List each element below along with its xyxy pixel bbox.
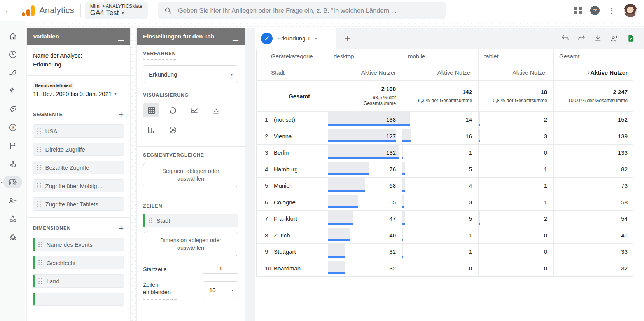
- metric-header-sorted[interactable]: ↓ Aktive Nutzer: [554, 64, 634, 80]
- value-cell[interactable]: 32: [328, 260, 402, 277]
- value-cell[interactable]: 1: [479, 194, 554, 211]
- value-cell[interactable]: 55: [328, 194, 402, 211]
- value-cell[interactable]: 16: [402, 128, 479, 145]
- sidebar-item-retention[interactable]: [0, 136, 25, 155]
- row-label-cell[interactable]: 3Berlin: [257, 145, 328, 161]
- column-header-desktop[interactable]: desktop: [328, 49, 402, 64]
- dimension-chip[interactable]: Geschlecht: [33, 256, 124, 269]
- dimension-dropzone[interactable]: Dimension ablegen oder auswählen: [143, 232, 238, 256]
- value-cell[interactable]: 139: [554, 128, 634, 145]
- viz-bar-chart-icon[interactable]: [143, 123, 159, 137]
- column-header-mobile[interactable]: mobile: [402, 49, 479, 64]
- value-cell[interactable]: 0: [402, 260, 479, 277]
- viz-donut-icon[interactable]: [164, 103, 181, 117]
- value-cell[interactable]: 5: [402, 211, 479, 227]
- show-rows-select[interactable]: 10 ▾: [203, 281, 238, 298]
- value-cell[interactable]: 0: [479, 145, 554, 161]
- add-dimension-button[interactable]: +: [118, 223, 124, 233]
- value-cell[interactable]: 1: [402, 145, 479, 161]
- value-cell[interactable]: 14: [402, 112, 479, 128]
- drag-handle-icon[interactable]: [38, 242, 42, 247]
- value-cell[interactable]: 1: [479, 161, 554, 178]
- sidebar-item-acquisition[interactable]: [0, 82, 25, 100]
- add-segment-button[interactable]: +: [118, 110, 124, 119]
- drag-handle-icon[interactable]: [37, 147, 41, 152]
- dimension-chip[interactable]: Land: [33, 274, 124, 288]
- start-row-input[interactable]: [203, 265, 238, 274]
- value-cell[interactable]: 0: [479, 260, 554, 277]
- value-cell[interactable]: 1: [479, 178, 554, 194]
- viz-geo-map-icon[interactable]: [164, 123, 181, 137]
- drag-handle-icon[interactable]: [37, 201, 41, 207]
- add-tab-button[interactable]: +: [336, 28, 359, 49]
- sidebar-item-configure[interactable]: [0, 209, 25, 228]
- value-cell[interactable]: 3: [479, 128, 554, 145]
- metric-header[interactable]: Aktive Nutzer: [479, 64, 554, 80]
- row-label-cell[interactable]: 2Vienna: [257, 128, 328, 145]
- segment-chip[interactable]: Zugriffe über Tablets: [33, 197, 124, 211]
- value-cell[interactable]: 127: [328, 128, 402, 145]
- value-cell[interactable]: 76: [328, 161, 402, 178]
- sidebar-item-explore[interactable]: ◂: [0, 173, 25, 191]
- value-cell[interactable]: 68: [328, 178, 402, 194]
- value-cell[interactable]: 33: [554, 244, 634, 260]
- row-dimension-chip[interactable]: Stadt: [143, 214, 238, 227]
- drag-handle-icon[interactable]: [149, 218, 152, 223]
- row-label-cell[interactable]: 9Stuttgart: [257, 244, 328, 260]
- segment-chip[interactable]: Direkte Zugriffe: [33, 143, 124, 156]
- segment-chip[interactable]: Bezahlte Zugriffe: [33, 161, 124, 174]
- sidebar-item-engagement[interactable]: [0, 100, 25, 118]
- property-selector[interactable]: Mimi > ANALYTICSkiste GA4 Test▾: [85, 2, 148, 19]
- value-cell[interactable]: 133: [554, 145, 634, 161]
- apps-grid-icon[interactable]: [574, 7, 582, 14]
- value-cell[interactable]: 0: [479, 244, 554, 260]
- totals-cell[interactable]: 1426,3 % der Gesamtsumme: [402, 81, 479, 111]
- drag-handle-icon[interactable]: [38, 260, 42, 265]
- sidebar-item-debug[interactable]: [0, 228, 25, 246]
- value-cell[interactable]: 54: [554, 211, 634, 227]
- value-cell[interactable]: 5: [402, 161, 479, 178]
- row-header-cell[interactable]: Stadt: [257, 64, 328, 80]
- value-cell[interactable]: 2: [479, 211, 554, 227]
- segment-dropzone[interactable]: Segment ablegen oder auswählen: [143, 163, 238, 187]
- share-users-icon[interactable]: [610, 34, 619, 43]
- drag-handle-icon[interactable]: [38, 278, 42, 284]
- value-cell[interactable]: 3: [402, 194, 479, 211]
- search-input[interactable]: [177, 7, 439, 15]
- avatar[interactable]: [624, 4, 637, 17]
- help-icon[interactable]: ?: [590, 6, 600, 15]
- metric-header[interactable]: Aktive Nutzer: [328, 64, 402, 80]
- value-cell[interactable]: 40: [328, 227, 402, 244]
- date-range-selector[interactable]: 11. Dez. 2020 bis 9. Jän. 2021 ▾: [33, 91, 124, 97]
- sidebar-item-audiences[interactable]: [0, 191, 25, 209]
- segment-chip[interactable]: USA: [33, 124, 124, 138]
- minimize-icon[interactable]: —: [118, 39, 124, 42]
- saved-check-icon[interactable]: [626, 34, 635, 43]
- value-cell[interactable]: 47: [328, 211, 402, 227]
- value-cell[interactable]: 1: [402, 227, 479, 244]
- tab-erkundung-1[interactable]: Erkundung 1 ▾: [256, 28, 336, 49]
- drag-handle-icon[interactable]: [37, 183, 41, 188]
- drag-handle-icon[interactable]: [37, 165, 41, 170]
- dimension-header-cell[interactable]: Gerätekategorie: [257, 49, 328, 64]
- value-cell[interactable]: 152: [554, 112, 634, 128]
- undo-icon[interactable]: [561, 34, 570, 43]
- row-label-cell[interactable]: 5Munich: [257, 178, 328, 194]
- value-cell[interactable]: 41: [554, 227, 634, 244]
- value-cell[interactable]: 138: [328, 112, 402, 128]
- viz-scatter-icon[interactable]: [207, 103, 224, 117]
- totals-cell[interactable]: 180,8 % der Gesamtsumme: [479, 81, 554, 111]
- value-cell[interactable]: 1: [402, 244, 479, 260]
- value-cell[interactable]: 32: [554, 260, 634, 277]
- viz-table-icon[interactable]: [143, 103, 159, 117]
- row-label-cell[interactable]: 4Hamburg: [257, 161, 328, 178]
- collapse-nav-icon[interactable]: ◂: [1, 180, 2, 184]
- value-cell[interactable]: 58: [554, 194, 634, 211]
- row-label-cell[interactable]: 10Boardman: [257, 260, 328, 277]
- value-cell[interactable]: 132: [328, 145, 402, 161]
- value-cell[interactable]: 32: [328, 244, 402, 260]
- technique-select[interactable]: Erkundung ▾: [143, 65, 238, 83]
- more-vert-icon[interactable]: ⋮: [608, 7, 615, 14]
- row-label-cell[interactable]: 6Cologne: [257, 194, 328, 211]
- totals-cell[interactable]: 2 247100,0 % der Gesamtsumme: [554, 81, 634, 111]
